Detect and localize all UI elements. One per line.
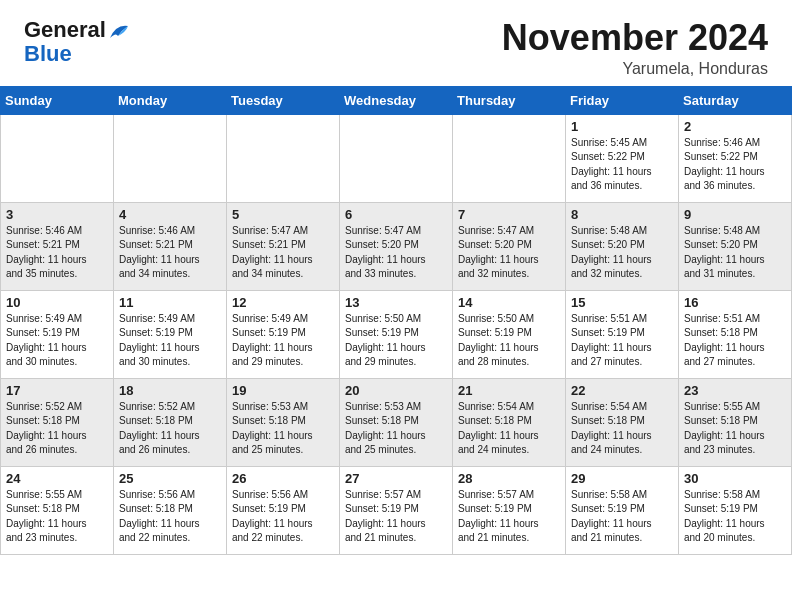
day-info: Sunrise: 5:47 AM Sunset: 5:21 PM Dayligh…: [232, 224, 334, 282]
calendar-day-cell: [227, 114, 340, 202]
calendar-day-cell: 24Sunrise: 5:55 AM Sunset: 5:18 PM Dayli…: [1, 466, 114, 554]
weekday-header: Tuesday: [227, 86, 340, 114]
calendar-day-cell: 5Sunrise: 5:47 AM Sunset: 5:21 PM Daylig…: [227, 202, 340, 290]
day-info: Sunrise: 5:46 AM Sunset: 5:21 PM Dayligh…: [119, 224, 221, 282]
day-info: Sunrise: 5:54 AM Sunset: 5:18 PM Dayligh…: [571, 400, 673, 458]
calendar-day-cell: [1, 114, 114, 202]
weekday-header: Thursday: [453, 86, 566, 114]
day-info: Sunrise: 5:47 AM Sunset: 5:20 PM Dayligh…: [458, 224, 560, 282]
calendar-day-cell: 13Sunrise: 5:50 AM Sunset: 5:19 PM Dayli…: [340, 290, 453, 378]
day-info: Sunrise: 5:57 AM Sunset: 5:19 PM Dayligh…: [345, 488, 447, 546]
calendar-day-cell: [340, 114, 453, 202]
day-info: Sunrise: 5:46 AM Sunset: 5:22 PM Dayligh…: [684, 136, 786, 194]
day-number: 18: [119, 383, 221, 398]
day-number: 2: [684, 119, 786, 134]
calendar-table: SundayMondayTuesdayWednesdayThursdayFrid…: [0, 86, 792, 555]
calendar-day-cell: 29Sunrise: 5:58 AM Sunset: 5:19 PM Dayli…: [566, 466, 679, 554]
day-info: Sunrise: 5:58 AM Sunset: 5:19 PM Dayligh…: [571, 488, 673, 546]
day-number: 17: [6, 383, 108, 398]
calendar-day-cell: 3Sunrise: 5:46 AM Sunset: 5:21 PM Daylig…: [1, 202, 114, 290]
day-number: 4: [119, 207, 221, 222]
calendar-day-cell: 26Sunrise: 5:56 AM Sunset: 5:19 PM Dayli…: [227, 466, 340, 554]
calendar-day-cell: 16Sunrise: 5:51 AM Sunset: 5:18 PM Dayli…: [679, 290, 792, 378]
calendar-day-cell: 17Sunrise: 5:52 AM Sunset: 5:18 PM Dayli…: [1, 378, 114, 466]
day-info: Sunrise: 5:49 AM Sunset: 5:19 PM Dayligh…: [6, 312, 108, 370]
calendar-day-cell: 15Sunrise: 5:51 AM Sunset: 5:19 PM Dayli…: [566, 290, 679, 378]
calendar-week-row: 3Sunrise: 5:46 AM Sunset: 5:21 PM Daylig…: [1, 202, 792, 290]
location-text: Yarumela, Honduras: [502, 60, 768, 78]
weekday-header: Sunday: [1, 86, 114, 114]
day-number: 9: [684, 207, 786, 222]
day-number: 27: [345, 471, 447, 486]
calendar-day-cell: 14Sunrise: 5:50 AM Sunset: 5:19 PM Dayli…: [453, 290, 566, 378]
calendar-day-cell: 18Sunrise: 5:52 AM Sunset: 5:18 PM Dayli…: [114, 378, 227, 466]
calendar-day-cell: 1Sunrise: 5:45 AM Sunset: 5:22 PM Daylig…: [566, 114, 679, 202]
day-number: 3: [6, 207, 108, 222]
page-header: General Blue November 2024 Yarumela, Hon…: [0, 0, 792, 86]
day-number: 6: [345, 207, 447, 222]
calendar-week-row: 10Sunrise: 5:49 AM Sunset: 5:19 PM Dayli…: [1, 290, 792, 378]
weekday-header: Wednesday: [340, 86, 453, 114]
calendar-week-row: 17Sunrise: 5:52 AM Sunset: 5:18 PM Dayli…: [1, 378, 792, 466]
day-info: Sunrise: 5:51 AM Sunset: 5:18 PM Dayligh…: [684, 312, 786, 370]
title-block: November 2024 Yarumela, Honduras: [502, 18, 768, 78]
calendar-day-cell: 22Sunrise: 5:54 AM Sunset: 5:18 PM Dayli…: [566, 378, 679, 466]
day-number: 29: [571, 471, 673, 486]
day-info: Sunrise: 5:48 AM Sunset: 5:20 PM Dayligh…: [684, 224, 786, 282]
calendar-day-cell: 20Sunrise: 5:53 AM Sunset: 5:18 PM Dayli…: [340, 378, 453, 466]
day-info: Sunrise: 5:53 AM Sunset: 5:18 PM Dayligh…: [232, 400, 334, 458]
day-info: Sunrise: 5:56 AM Sunset: 5:18 PM Dayligh…: [119, 488, 221, 546]
weekday-header: Monday: [114, 86, 227, 114]
calendar-day-cell: [453, 114, 566, 202]
day-number: 20: [345, 383, 447, 398]
day-info: Sunrise: 5:57 AM Sunset: 5:19 PM Dayligh…: [458, 488, 560, 546]
logo-bird-icon: [108, 22, 130, 40]
day-info: Sunrise: 5:56 AM Sunset: 5:19 PM Dayligh…: [232, 488, 334, 546]
calendar-day-cell: 19Sunrise: 5:53 AM Sunset: 5:18 PM Dayli…: [227, 378, 340, 466]
calendar-day-cell: 11Sunrise: 5:49 AM Sunset: 5:19 PM Dayli…: [114, 290, 227, 378]
calendar-day-cell: 9Sunrise: 5:48 AM Sunset: 5:20 PM Daylig…: [679, 202, 792, 290]
day-number: 16: [684, 295, 786, 310]
calendar-day-cell: 6Sunrise: 5:47 AM Sunset: 5:20 PM Daylig…: [340, 202, 453, 290]
day-number: 10: [6, 295, 108, 310]
day-number: 30: [684, 471, 786, 486]
logo-text: General: [24, 17, 130, 42]
day-number: 23: [684, 383, 786, 398]
calendar-day-cell: 27Sunrise: 5:57 AM Sunset: 5:19 PM Dayli…: [340, 466, 453, 554]
day-number: 26: [232, 471, 334, 486]
day-number: 25: [119, 471, 221, 486]
calendar-week-row: 24Sunrise: 5:55 AM Sunset: 5:18 PM Dayli…: [1, 466, 792, 554]
day-number: 14: [458, 295, 560, 310]
day-number: 22: [571, 383, 673, 398]
weekday-header: Saturday: [679, 86, 792, 114]
calendar-week-row: 1Sunrise: 5:45 AM Sunset: 5:22 PM Daylig…: [1, 114, 792, 202]
calendar-day-cell: 25Sunrise: 5:56 AM Sunset: 5:18 PM Dayli…: [114, 466, 227, 554]
calendar-day-cell: 2Sunrise: 5:46 AM Sunset: 5:22 PM Daylig…: [679, 114, 792, 202]
day-info: Sunrise: 5:45 AM Sunset: 5:22 PM Dayligh…: [571, 136, 673, 194]
day-info: Sunrise: 5:52 AM Sunset: 5:18 PM Dayligh…: [6, 400, 108, 458]
day-number: 21: [458, 383, 560, 398]
day-number: 13: [345, 295, 447, 310]
month-title: November 2024: [502, 18, 768, 58]
logo-blue-text: Blue: [24, 41, 72, 66]
day-number: 15: [571, 295, 673, 310]
calendar-day-cell: 12Sunrise: 5:49 AM Sunset: 5:19 PM Dayli…: [227, 290, 340, 378]
calendar-day-cell: 21Sunrise: 5:54 AM Sunset: 5:18 PM Dayli…: [453, 378, 566, 466]
calendar-day-cell: [114, 114, 227, 202]
calendar-day-cell: 4Sunrise: 5:46 AM Sunset: 5:21 PM Daylig…: [114, 202, 227, 290]
day-info: Sunrise: 5:49 AM Sunset: 5:19 PM Dayligh…: [119, 312, 221, 370]
calendar-day-cell: 8Sunrise: 5:48 AM Sunset: 5:20 PM Daylig…: [566, 202, 679, 290]
calendar-day-cell: 28Sunrise: 5:57 AM Sunset: 5:19 PM Dayli…: [453, 466, 566, 554]
day-info: Sunrise: 5:52 AM Sunset: 5:18 PM Dayligh…: [119, 400, 221, 458]
day-info: Sunrise: 5:55 AM Sunset: 5:18 PM Dayligh…: [6, 488, 108, 546]
day-number: 8: [571, 207, 673, 222]
day-number: 11: [119, 295, 221, 310]
day-info: Sunrise: 5:50 AM Sunset: 5:19 PM Dayligh…: [458, 312, 560, 370]
day-info: Sunrise: 5:48 AM Sunset: 5:20 PM Dayligh…: [571, 224, 673, 282]
day-number: 1: [571, 119, 673, 134]
day-number: 7: [458, 207, 560, 222]
weekday-header: Friday: [566, 86, 679, 114]
calendar-day-cell: 30Sunrise: 5:58 AM Sunset: 5:19 PM Dayli…: [679, 466, 792, 554]
logo: General Blue: [24, 18, 130, 66]
day-number: 19: [232, 383, 334, 398]
